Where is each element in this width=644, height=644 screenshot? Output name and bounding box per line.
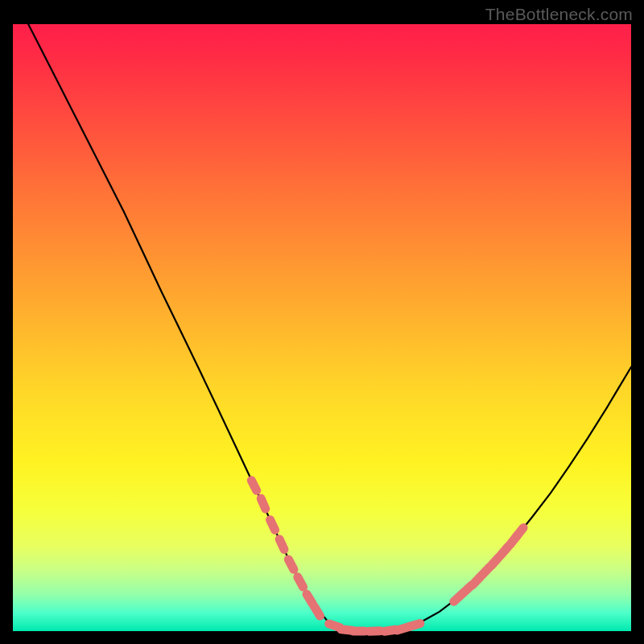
curve-marker: [298, 577, 303, 587]
watermark-text: TheBottleneck.com: [485, 5, 633, 24]
curve-marker: [314, 606, 320, 616]
curve-marker: [270, 520, 275, 530]
bottleneck-curve: [13, 0, 631, 631]
chart-frame: TheBottleneck.com: [0, 0, 644, 644]
curve-marker: [288, 559, 294, 569]
curve-layer: [13, 24, 631, 631]
plot-area: [13, 24, 631, 631]
curve-marker: [307, 594, 312, 604]
curve-marker: [261, 498, 266, 509]
curve-marker: [279, 539, 284, 550]
marker-layer: [251, 481, 523, 632]
curve-marker: [251, 481, 256, 491]
curve-marker: [410, 624, 420, 627]
curve-marker: [369, 631, 380, 632]
curve-marker: [501, 547, 508, 555]
curve-marker: [516, 528, 523, 537]
